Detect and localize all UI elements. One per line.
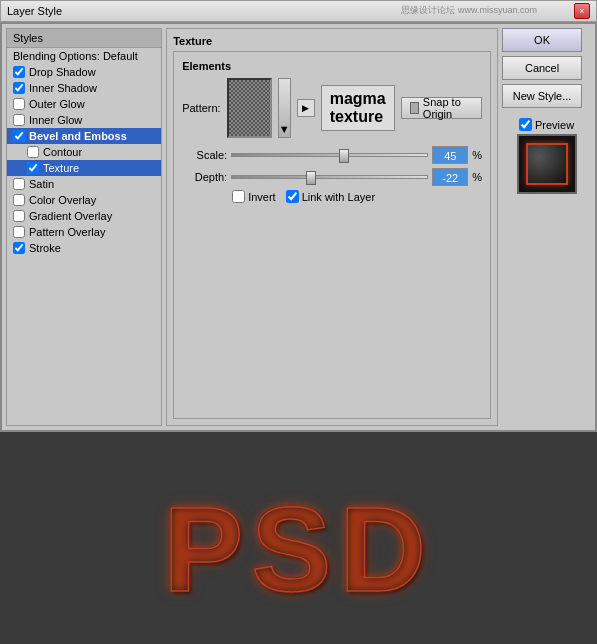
texture-checkboxes: Invert Link with Layer — [182, 190, 482, 203]
layer-style-dialog: Styles Blending Options: Default Drop Sh… — [0, 22, 597, 432]
preview-checkbox[interactable] — [519, 118, 532, 131]
ok-button[interactable]: OK — [502, 28, 582, 52]
outer-glow-checkbox[interactable] — [13, 98, 25, 110]
sidebar-item-drop-shadow[interactable]: Drop Shadow — [7, 64, 161, 80]
invert-checkbox[interactable] — [232, 190, 245, 203]
sidebar-item-color-overlay[interactable]: Color Overlay — [7, 192, 161, 208]
blending-label: Blending Options: Default — [13, 50, 138, 62]
inner-glow-checkbox[interactable] — [13, 114, 25, 126]
pattern-overlay-checkbox[interactable] — [13, 226, 25, 238]
dialog-body: Styles Blending Options: Default Drop Sh… — [2, 24, 595, 430]
magma-texture-label: magma texture — [321, 85, 395, 131]
sidebar-item-contour[interactable]: Contour — [7, 144, 161, 160]
scale-pct: % — [472, 149, 482, 161]
title-bar: Layer Style 思缘设计论坛 www.missyuan.com × — [0, 0, 597, 22]
sidebar-item-pattern-overlay[interactable]: Pattern Overlay — [7, 224, 161, 240]
contour-checkbox[interactable] — [27, 146, 39, 158]
sidebar-item-stroke[interactable]: Stroke — [7, 240, 161, 256]
pattern-label: Pattern: — [182, 102, 221, 114]
scale-slider[interactable] — [231, 153, 428, 157]
preview-box — [517, 134, 577, 194]
invert-item: Invert — [232, 190, 276, 203]
depth-value[interactable]: -22 — [432, 168, 468, 186]
pattern-preview[interactable] — [227, 78, 272, 138]
depth-row: Depth: -22 % — [182, 168, 482, 186]
scale-row: Scale: 45 % — [182, 146, 482, 164]
pattern-dropdown[interactable]: ▼ — [278, 78, 291, 138]
dialog-title: Layer Style — [7, 5, 62, 17]
preview-label: Preview — [535, 119, 574, 131]
styles-header: Styles — [7, 29, 161, 48]
action-panel: OK Cancel New Style... Preview — [502, 28, 591, 426]
elements-label: Elements — [182, 60, 482, 72]
psd-preview-area: PSD WC资源分享E — [0, 432, 597, 644]
gradient-overlay-checkbox[interactable] — [13, 210, 25, 222]
scale-thumb[interactable] — [339, 149, 349, 163]
snap-to-origin-button[interactable]: Snap to Origin — [401, 97, 482, 119]
depth-thumb[interactable] — [306, 171, 316, 185]
satin-checkbox[interactable] — [13, 178, 25, 190]
styles-panel: Styles Blending Options: Default Drop Sh… — [6, 28, 162, 426]
scale-label: Scale: — [182, 149, 227, 161]
new-style-button[interactable]: New Style... — [502, 84, 582, 108]
sidebar-item-bevel-emboss[interactable]: Bevel and Emboss — [7, 128, 161, 144]
sidebar-item-texture[interactable]: Texture — [7, 160, 161, 176]
dropdown-arrow-icon: ▼ — [279, 123, 290, 135]
snap-icon — [410, 102, 419, 114]
sidebar-item-satin[interactable]: Satin — [7, 176, 161, 192]
psd-text: PSD — [163, 480, 434, 618]
preview-section: Preview — [502, 118, 591, 194]
invert-label: Invert — [248, 191, 276, 203]
link-layer-label: Link with Layer — [302, 191, 375, 203]
pattern-options-icon[interactable]: ▶ — [297, 99, 315, 117]
preview-checkbox-row: Preview — [519, 118, 574, 131]
depth-label: Depth: — [182, 171, 227, 183]
texture-checkbox[interactable] — [27, 162, 39, 174]
sidebar-item-inner-shadow[interactable]: Inner Shadow — [7, 80, 161, 96]
drop-shadow-checkbox[interactable] — [13, 66, 25, 78]
link-layer-checkbox[interactable] — [286, 190, 299, 203]
texture-top-row: Pattern: ▼ ▶ magma texture Snap to Origi… — [182, 78, 482, 138]
watermark-top: 思缘设计论坛 www.missyuan.com — [401, 4, 537, 17]
depth-pct: % — [472, 171, 482, 183]
inner-shadow-checkbox[interactable] — [13, 82, 25, 94]
color-overlay-checkbox[interactable] — [13, 194, 25, 206]
cancel-button[interactable]: Cancel — [502, 56, 582, 80]
sidebar-item-outer-glow[interactable]: Outer Glow — [7, 96, 161, 112]
sidebar-item-blending[interactable]: Blending Options: Default — [7, 48, 161, 64]
section-title: Texture — [173, 35, 491, 47]
preview-inner — [526, 143, 568, 185]
depth-slider[interactable] — [231, 175, 428, 179]
bevel-emboss-checkbox[interactable] — [13, 130, 25, 142]
link-layer-item: Link with Layer — [286, 190, 375, 203]
scale-value[interactable]: 45 — [432, 146, 468, 164]
texture-panel: Texture Elements Pattern: ▼ ▶ magma text… — [166, 28, 498, 426]
elements-group: Elements Pattern: ▼ ▶ magma texture — [173, 51, 491, 419]
stroke-checkbox[interactable] — [13, 242, 25, 254]
close-button[interactable]: × — [574, 3, 590, 19]
sidebar-item-gradient-overlay[interactable]: Gradient Overlay — [7, 208, 161, 224]
sidebar-item-inner-glow[interactable]: Inner Glow — [7, 112, 161, 128]
